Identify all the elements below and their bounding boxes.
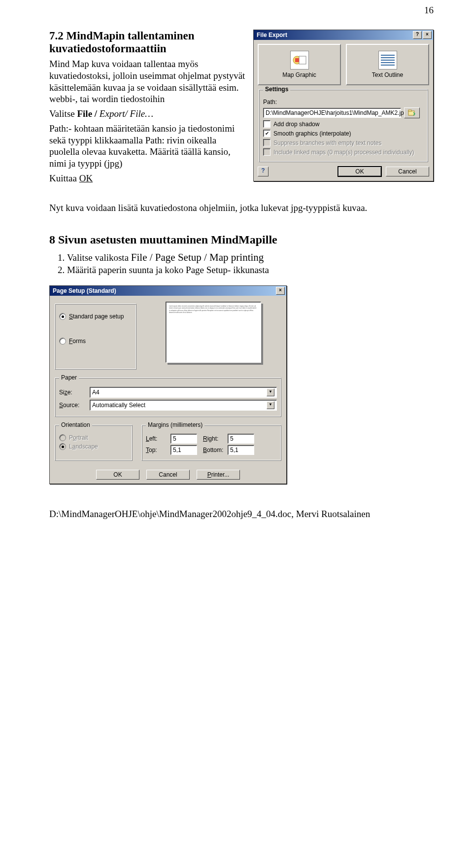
settings-label: Settings — [263, 86, 290, 93]
svg-rect-1 — [299, 56, 306, 64]
section-8-li2: Määritä paperin suunta ja koko Page Setu… — [67, 265, 434, 276]
checkbox-linked — [263, 148, 270, 156]
radio-forms[interactable] — [59, 338, 66, 345]
orientation-label: Orientation — [59, 421, 92, 428]
portrait-row: Portrait — [59, 434, 128, 441]
bottom-input[interactable]: 5,1 — [228, 445, 254, 455]
checkbox-shadow[interactable] — [263, 120, 270, 128]
help-button[interactable]: ? — [413, 31, 422, 39]
cb-shadow-label: Add drop shadow — [273, 121, 319, 128]
li1-cmd: File / Page Setup / Map printing — [131, 251, 264, 263]
page-setup-printer-button[interactable]: Printer... — [197, 470, 240, 480]
paper-group: Paper Size: A4 ▼ Source: Automatically S… — [55, 378, 281, 417]
cancel-button[interactable]: Cancel — [386, 167, 429, 176]
browse-button[interactable] — [404, 107, 420, 118]
right-label: Right: — [203, 435, 222, 442]
page-setup-title: Page Setup (Standard) — [53, 287, 116, 294]
section-7-2-after: Nyt kuva voidaan lisätä kuvatiedostona o… — [49, 202, 434, 214]
left-label: Left: — [146, 435, 165, 442]
map-graphic-button[interactable]: Map Graphic — [258, 44, 341, 85]
size-dropdown-arrow[interactable]: ▼ — [267, 388, 274, 396]
radio-portrait — [59, 434, 66, 441]
cb-smooth-label: Smooth graphics (interpolate) — [273, 130, 351, 137]
radio-landscape — [59, 443, 66, 450]
radio-standard-label: Standard page setup — [69, 313, 124, 320]
section-7-2-p2: Valitse File / Export/ File… — [49, 108, 247, 120]
forms-row[interactable]: Forms — [59, 338, 132, 345]
radio-forms-label: Forms — [69, 338, 86, 345]
checkbox-smooth[interactable]: ✔ — [263, 130, 270, 137]
section-7-2-heading: 7.2 MindMapin tallentaminen kuvatiedosto… — [49, 30, 247, 55]
left-input[interactable]: 5 — [170, 434, 197, 444]
footer: D:\MindManagerOHJE\ohje\MindManager2002o… — [49, 509, 434, 520]
cb-smooth-row[interactable]: ✔ Smooth graphics (interpolate) — [263, 130, 424, 137]
source-dropdown[interactable]: Automatically Select ▼ — [90, 400, 277, 411]
section-7-2-p1: Mind Map kuva voidaan tallentaa myös kuv… — [49, 58, 247, 105]
margins-label: Margins (millimeters) — [146, 421, 204, 428]
source-dropdown-arrow[interactable]: ▼ — [267, 401, 274, 409]
page-setup-dialog: Page Setup (Standard) × Standard page se… — [49, 285, 287, 484]
map-graphic-label: Map Graphic — [282, 71, 316, 78]
p4-pre: Kuittaa — [49, 173, 79, 183]
close-button[interactable]: × — [423, 31, 432, 39]
section-7-2-p4: Kuittaa OK — [49, 173, 247, 184]
svg-rect-4 — [408, 110, 411, 111]
radio-standard[interactable] — [59, 313, 66, 320]
setup-mode-group: Standard page setup Forms — [55, 304, 136, 370]
p2-cmd-italic: Export/ File… — [100, 108, 153, 119]
map-graphic-icon — [290, 51, 309, 69]
top-input[interactable]: 5,1 — [170, 445, 197, 455]
text-outline-label: Text Outline — [372, 71, 403, 78]
page-setup-ok-button[interactable]: OK — [96, 470, 139, 480]
file-export-dialog: File Export ? × Map Graphic — [253, 30, 434, 181]
li1-pre: Valitse valikosta — [67, 252, 131, 263]
landscape-row: Landscape — [59, 443, 128, 450]
checkbox-suppress — [263, 139, 270, 146]
paper-label: Paper — [59, 374, 79, 381]
top-label: Top: — [146, 447, 165, 453]
p2-pre: Valitse — [49, 108, 77, 119]
page-preview: Lorem ipsum dolor sit amet consectetur a… — [166, 302, 261, 363]
radio-landscape-label: Landscape — [69, 443, 98, 450]
page-number: 16 — [424, 5, 434, 16]
path-input[interactable]: D:\MindManagerOHJE\harjoitus1\MindMap_AM… — [263, 108, 401, 118]
p2-cmd: File / — [77, 108, 99, 119]
right-input[interactable]: 5 — [228, 434, 254, 444]
ok-button[interactable]: OK — [338, 166, 382, 177]
section-7-2-p3: Path:- kohtaan määritetään kansio ja tie… — [49, 123, 247, 170]
svg-rect-2 — [295, 58, 299, 62]
section-8-heading: 8 Sivun asetusten muuttaminen MindMapill… — [49, 233, 434, 246]
p4-ok: OK — [79, 173, 93, 183]
cb-suppress-row: Suppress branches with empty text notes — [263, 139, 424, 146]
help-icon[interactable]: ? — [258, 167, 269, 176]
cb-suppress-label: Suppress branches with empty text notes — [273, 139, 381, 146]
source-label: Source: — [59, 402, 87, 409]
orientation-group: Orientation Portrait Landscape — [55, 425, 133, 461]
text-outline-button[interactable]: Text Outline — [346, 44, 429, 85]
path-label: Path: — [263, 99, 277, 105]
std-setup-row[interactable]: Standard page setup — [59, 313, 132, 320]
page-setup-cancel-button[interactable]: Cancel — [146, 470, 190, 480]
size-dropdown[interactable]: A4 ▼ — [90, 387, 277, 398]
cb-linked-label: Include linked maps (0 map(s) processed … — [273, 149, 414, 156]
margins-group: Margins (millimeters) Left: 5 Right: 5 T… — [141, 425, 281, 461]
section-8-li1: Valitse valikosta File / Page Setup / Ma… — [67, 251, 434, 264]
file-export-title: File Export — [257, 32, 287, 38]
radio-portrait-label: Portrait — [69, 434, 88, 441]
source-value: Automatically Select — [92, 402, 145, 409]
cb-shadow-row[interactable]: Add drop shadow — [263, 120, 424, 128]
settings-group: Settings Path: D:\MindManagerOHJE\harjoi… — [259, 89, 428, 162]
size-value: A4 — [92, 389, 100, 396]
size-label: Size: — [59, 389, 87, 396]
page-setup-close-button[interactable]: × — [276, 287, 285, 295]
text-outline-icon — [378, 51, 397, 69]
bottom-label: Bottom: — [203, 447, 222, 453]
cb-linked-row: Include linked maps (0 map(s) processed … — [263, 148, 424, 156]
